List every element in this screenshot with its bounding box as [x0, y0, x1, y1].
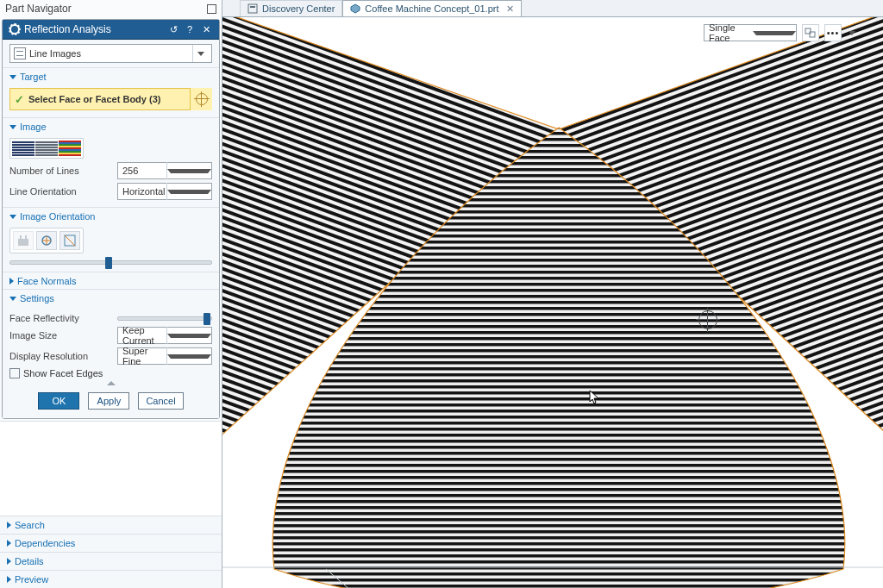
- svg-rect-5: [248, 4, 257, 13]
- selection-more-button[interactable]: •••: [824, 24, 842, 41]
- lock-orientation-button[interactable]: [13, 231, 34, 250]
- line-orient-label: Line Orientation: [9, 186, 117, 197]
- checkbox-icon: [9, 368, 20, 378]
- show-facet-edges-checkbox[interactable]: Show Facet Edges: [9, 368, 212, 378]
- reset-icon[interactable]: ↺: [167, 23, 179, 35]
- num-lines-dropdown[interactable]: 256: [117, 162, 212, 179]
- part-navigator-title: Part Navigator: [0, 0, 222, 17]
- section-dependencies[interactable]: Dependencies: [0, 534, 222, 552]
- tab-current-file[interactable]: Coffee Machine Concept_01.prt ✕: [342, 0, 522, 16]
- section-face-normals[interactable]: Face Normals: [3, 272, 219, 289]
- cursor-icon: [589, 390, 601, 405]
- selection-expand-button[interactable]: [847, 24, 857, 41]
- close-icon[interactable]: ✕: [200, 23, 212, 35]
- help-icon[interactable]: ?: [184, 23, 196, 35]
- selection-filter-button[interactable]: [802, 24, 819, 41]
- dialog-header: Reflection Analysis ↺ ? ✕: [3, 20, 219, 40]
- thumb-gray-lines[interactable]: [35, 141, 58, 156]
- section-image-orientation[interactable]: Image Orientation: [3, 208, 219, 224]
- svg-rect-2: [25, 235, 27, 240]
- display-res-label: Display Resolution: [9, 351, 117, 361]
- dock-icon[interactable]: [207, 4, 216, 14]
- page-icon: [247, 3, 258, 14]
- dialog-title: Reflection Analysis: [24, 23, 163, 35]
- svg-rect-1: [20, 235, 22, 240]
- reflectivity-slider[interactable]: [117, 316, 212, 321]
- reflect-label: Face Reflectivity: [9, 313, 117, 323]
- image-style-thumbs[interactable]: [9, 138, 84, 159]
- type-combo-expand[interactable]: [192, 45, 208, 62]
- section-target[interactable]: Target: [3, 68, 219, 84]
- image-size-dropdown[interactable]: Keep Current: [117, 327, 212, 344]
- orient-option-1[interactable]: [36, 231, 57, 250]
- analysis-type-combo[interactable]: Line Images: [9, 44, 212, 63]
- check-icon: ✓: [15, 93, 24, 106]
- orient-option-2[interactable]: [59, 231, 80, 250]
- section-details[interactable]: Details: [0, 552, 222, 570]
- apply-button[interactable]: Apply: [88, 392, 129, 410]
- select-face-field[interactable]: ✓ Select Face or Facet Body (3): [9, 88, 212, 110]
- svg-rect-6: [250, 6, 255, 8]
- orientation-slider[interactable]: [9, 260, 212, 265]
- section-image[interactable]: Image: [3, 118, 219, 134]
- section-preview[interactable]: Preview: [0, 570, 222, 588]
- selection-scope-dropdown[interactable]: Single Face: [704, 24, 797, 41]
- reticle-icon: [196, 93, 208, 105]
- ok-button[interactable]: OK: [38, 392, 79, 410]
- view-pivot-icon: [698, 310, 717, 329]
- tab-discovery-center[interactable]: Discovery Center: [240, 0, 342, 16]
- display-res-dropdown[interactable]: Super Fine: [117, 347, 212, 365]
- section-settings[interactable]: Settings: [3, 290, 219, 306]
- thumb-dark-lines[interactable]: [12, 141, 34, 156]
- svg-rect-0: [18, 239, 28, 246]
- cancel-button[interactable]: Cancel: [138, 392, 183, 410]
- num-lines-label: Number of Lines: [9, 166, 117, 176]
- graphics-viewport[interactable]: Single Face •••: [222, 17, 883, 588]
- image-size-label: Image Size: [9, 330, 117, 341]
- part-icon: [350, 3, 360, 14]
- line-orient-dropdown[interactable]: Horizontal: [117, 183, 212, 200]
- navigator-empty-area: [0, 421, 222, 516]
- pick-face-button[interactable]: [190, 88, 212, 110]
- thumb-color-lines[interactable]: [59, 141, 81, 156]
- section-search[interactable]: Search: [0, 516, 222, 534]
- lines-icon: [14, 47, 26, 59]
- tab-close-icon[interactable]: ✕: [506, 3, 514, 15]
- gear-icon: [9, 24, 20, 34]
